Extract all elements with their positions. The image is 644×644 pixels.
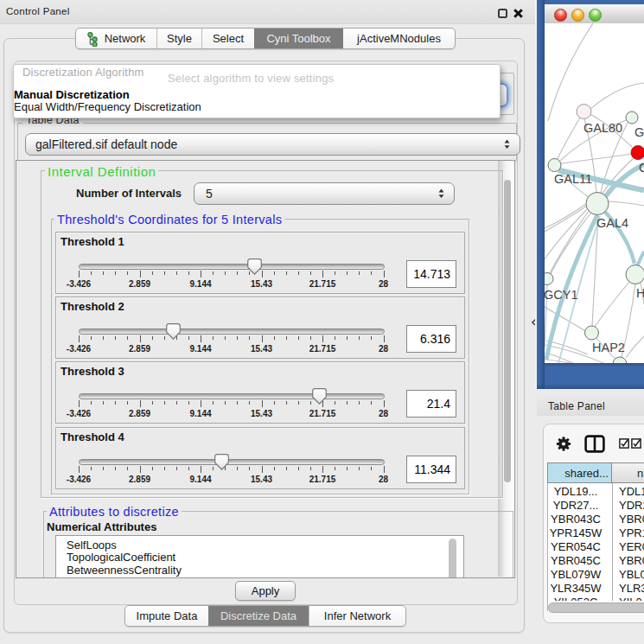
- svg-text:GA: GA: [634, 125, 644, 139]
- svg-text:GAL4: GAL4: [596, 216, 628, 230]
- svg-text:GCY1: GCY1: [545, 288, 578, 302]
- svg-text:H: H: [636, 286, 644, 300]
- svg-text:GAL80: GAL80: [583, 121, 622, 135]
- svg-text:C: C: [639, 161, 644, 175]
- svg-text:GAL11: GAL11: [554, 172, 592, 186]
- svg-text:HAP2: HAP2: [592, 341, 625, 354]
